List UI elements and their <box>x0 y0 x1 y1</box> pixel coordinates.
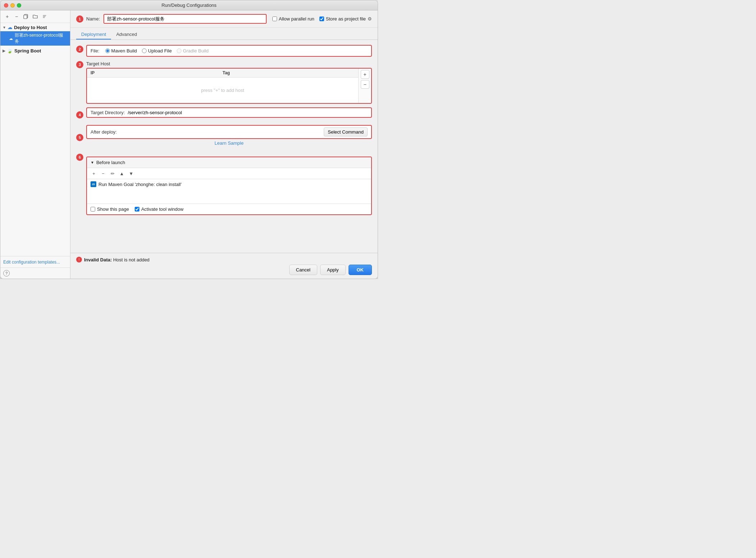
chevron-right-icon: ▶ <box>3 49 5 53</box>
window-title: Run/Debug Configurations <box>161 3 216 8</box>
file-label: File: <box>91 48 100 54</box>
upload-file-option[interactable]: Upload File <box>142 48 172 54</box>
tab-deployment[interactable]: Deployment <box>76 30 111 39</box>
host-table-actions: + − <box>358 69 371 103</box>
titlebar: Run/Debug Configurations <box>0 0 378 10</box>
learn-sample-link[interactable]: Learn Sample <box>86 140 372 146</box>
store-as-project-row: Store as project file ⚙ <box>319 16 372 22</box>
sidebar-group-header-deploy[interactable]: ▼ ☁ Deploy to Host <box>0 24 70 31</box>
step4-badge: 4 <box>76 111 83 118</box>
bl-edit-button[interactable]: ✏ <box>109 169 116 177</box>
sidebar-group-springboot: ▶ 🍃 Spring Boot <box>0 46 70 55</box>
allow-parallel-checkbox[interactable] <box>272 17 277 21</box>
content-area: 1 Name: Allow parallel run Store as proj… <box>70 10 378 279</box>
maven-build-option[interactable]: Maven Build <box>105 48 137 54</box>
upload-file-radio[interactable] <box>142 48 147 53</box>
select-command-button[interactable]: Select Command <box>324 127 368 136</box>
remove-config-button[interactable]: − <box>13 13 20 20</box>
sort-config-button[interactable] <box>41 13 49 20</box>
before-launch-section: ▼ Before launch + − ✏ ▲ ▼ m <box>86 157 372 215</box>
before-launch-footer: Show this page Activate tool window <box>87 204 371 214</box>
target-dir-row: Target Directory: <box>86 107 372 118</box>
sidebar-toolbar: + − <box>0 10 70 23</box>
sidebar-group-header-springboot[interactable]: ▶ 🍃 Spring Boot <box>0 47 70 55</box>
svg-rect-1 <box>24 15 27 19</box>
activate-tool-window-checkbox[interactable] <box>135 207 139 211</box>
sidebar-tree: ▼ ☁ Deploy to Host ☁ 部署zh-sensor-protoco… <box>0 23 70 256</box>
before-launch-empty-space <box>87 189 371 204</box>
error-detail: Host is not added <box>113 257 149 262</box>
file-section-row: 2 File: Maven Build Up <box>76 45 372 57</box>
target-host-label: Target Host <box>86 61 372 66</box>
allow-parallel-label: Allow parallel run <box>279 16 314 22</box>
bl-move-down-button[interactable]: ▼ <box>127 169 135 177</box>
after-deploy-row: After deploy: Select Command <box>86 125 372 139</box>
maven-build-radio[interactable] <box>105 48 110 53</box>
chevron-down-icon: ▼ <box>3 25 6 29</box>
chevron-down-icon: ▼ <box>91 161 94 164</box>
file-radio-group: Maven Build Upload File Gradle Build <box>105 48 209 54</box>
remove-host-button[interactable]: − <box>361 80 369 89</box>
bl-remove-button[interactable]: − <box>99 169 107 177</box>
after-deploy-label: After deploy: <box>91 129 117 135</box>
step3-badge: 3 <box>76 61 83 68</box>
name-label: Name: <box>86 16 100 22</box>
close-button[interactable] <box>4 3 8 8</box>
host-table-header: IP Tag <box>87 69 358 78</box>
copy-config-button[interactable] <box>22 13 30 20</box>
bl-add-button[interactable]: + <box>90 169 98 177</box>
add-host-button[interactable]: + <box>361 70 369 79</box>
sort-icon <box>42 14 47 19</box>
folder-config-button[interactable] <box>31 13 39 20</box>
after-deploy-input[interactable] <box>120 129 321 135</box>
sidebar-help: ? <box>0 268 70 279</box>
before-launch-section-row: 6 ▼ Before launch + − ✏ ▲ <box>76 153 372 215</box>
tab-advanced[interactable]: Advanced <box>111 30 142 39</box>
deploy-group-icon: ☁ <box>8 25 12 30</box>
springboot-group-label: Spring Boot <box>14 48 41 54</box>
upload-file-label: Upload File <box>148 48 172 54</box>
run-debug-configurations-window: Run/Debug Configurations + − <box>0 0 378 279</box>
add-config-button[interactable]: + <box>3 13 11 20</box>
store-as-project-checkbox[interactable] <box>319 17 324 21</box>
host-col-tag-header: Tag <box>223 70 355 75</box>
edit-templates-link[interactable]: Edit configuration templates... <box>3 260 60 265</box>
maximize-button[interactable] <box>17 3 21 8</box>
before-launch-section-content: ▼ Before launch + − ✏ ▲ ▼ m <box>86 153 372 215</box>
error-icon: ! <box>76 257 82 262</box>
springboot-group-icon: 🍃 <box>7 48 13 54</box>
host-table-inner: IP Tag press "+" to add host + − <box>87 69 371 103</box>
target-dir-input[interactable] <box>128 110 368 115</box>
sidebar-group-deploy: ▼ ☁ Deploy to Host ☁ 部署zh-sensor-protoco… <box>0 23 70 46</box>
before-launch-toolbar: + − ✏ ▲ ▼ <box>87 168 371 179</box>
bottom-bar: ! Invalid Data: Host is not added Cancel… <box>70 253 378 279</box>
help-button[interactable]: ? <box>3 270 10 276</box>
gear-icon[interactable]: ⚙ <box>368 16 372 22</box>
ok-button[interactable]: OK <box>349 265 372 275</box>
maven-icon: m <box>91 181 96 187</box>
sidebar: + − <box>0 10 70 279</box>
name-row: 1 Name: <box>76 14 267 24</box>
deploy-item-icon: ☁ <box>9 36 13 41</box>
minimize-button[interactable] <box>10 3 15 8</box>
folder-icon <box>33 14 38 19</box>
maven-build-label: Maven Build <box>111 48 137 54</box>
action-row: Cancel Apply OK <box>76 265 372 275</box>
activate-tool-window-label: Activate tool window <box>141 206 184 212</box>
show-this-page-checkbox[interactable] <box>91 207 95 211</box>
host-col-ip-header: IP <box>91 70 223 75</box>
show-this-page-label: Show this page <box>97 206 129 212</box>
apply-button[interactable]: Apply <box>320 265 346 275</box>
target-dir-section-content: Target Directory: <box>86 107 372 121</box>
sidebar-footer: Edit configuration templates... <box>0 256 70 268</box>
store-as-project-label: Store as project file <box>326 16 366 22</box>
file-row: File: Maven Build Upload File <box>86 45 372 57</box>
bl-move-up-button[interactable]: ▲ <box>118 169 126 177</box>
name-input[interactable] <box>103 14 266 24</box>
activate-tool-window-row: Activate tool window <box>135 206 184 212</box>
gradle-build-label: Gradle Build <box>183 48 209 54</box>
cancel-button[interactable]: Cancel <box>289 265 317 275</box>
sidebar-item-deploy-config[interactable]: ☁ 部署zh-sensor-protocol服务 <box>0 31 70 46</box>
error-message: Invalid Data: Host is not added <box>84 257 149 262</box>
step2-badge: 2 <box>76 46 83 53</box>
